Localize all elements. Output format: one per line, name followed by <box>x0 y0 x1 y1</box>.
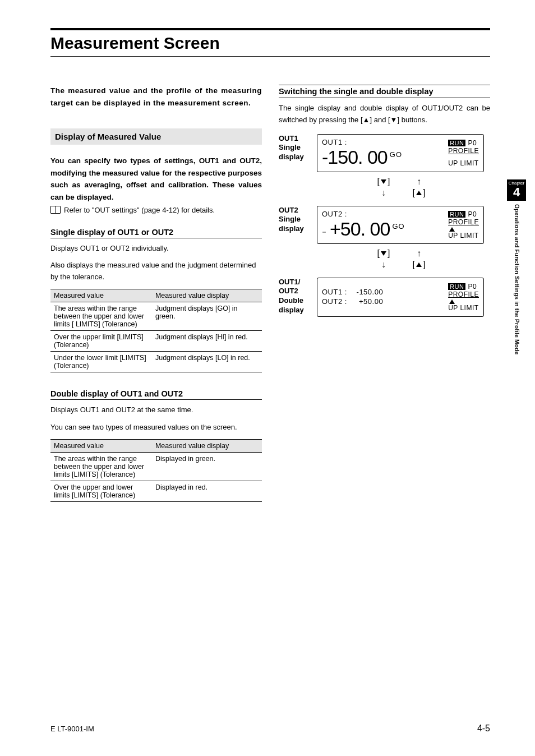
lcd-dim-sign: - <box>322 223 326 239</box>
button-row: [] [] <box>312 177 490 198</box>
lcd-out-label: OUT1 : <box>322 138 448 146</box>
double-desc-2: You can see two types of measured values… <box>50 422 262 434</box>
single-desc-1: Displays OUT1 or OUT2 individually. <box>50 243 262 255</box>
table-row: Over the upper limit [LIMITS] (Tolerance… <box>50 330 262 351</box>
page-title: Measurement Screen <box>50 34 490 53</box>
lcd-out-label: OUT2 : <box>322 210 448 218</box>
single-desc-2: Also displays the measured value and the… <box>50 260 262 283</box>
book-icon <box>50 206 61 214</box>
lcd-go-badge: GO <box>390 150 402 159</box>
up-button[interactable]: [] <box>413 188 426 198</box>
lcd-p0: P0 <box>468 283 477 291</box>
lcd-p0: P0 <box>468 139 477 147</box>
lcd-out1-single: OUT1 : -150. 00 GO RUN P0 PROFILE <box>317 134 484 172</box>
right-column: Switching the single and double display … <box>279 85 490 519</box>
lcd-uplimit: UP LIMIT <box>448 304 478 312</box>
lcd-value: +50. 00 <box>330 218 390 240</box>
chapter-number: 4 <box>507 186 526 201</box>
table-row: The areas within the range between the u… <box>50 302 262 330</box>
switching-body: The single display and double display of… <box>279 103 490 126</box>
section-display-measured-value: Display of Measured Value <box>50 128 262 145</box>
footer-page-number: 4-5 <box>477 723 490 734</box>
triangle-up-icon <box>449 227 455 232</box>
single-display-table: Measured value Measured value display Th… <box>50 289 262 372</box>
table-header: Measured value display <box>152 289 262 302</box>
lcd-value: -150. 00 <box>322 146 388 168</box>
single-display-heading: Single display of OUT1 or OUT2 <box>50 228 262 238</box>
out1-single-block: OUT1 Single display OUT1 : -150. 00 GO R… <box>279 134 490 172</box>
section1-bold-text: You can specify two types of settings, O… <box>50 155 262 203</box>
table-row: Over the upper and lower limits [LIMITS]… <box>50 481 262 501</box>
out2-single-label: OUT2 Single display <box>279 206 311 234</box>
table-header: Measured value display <box>152 439 262 452</box>
lcd-p0: P0 <box>468 210 477 218</box>
run-badge: RUN <box>448 283 465 290</box>
double-display-table: Measured value Measured value display Th… <box>50 439 262 502</box>
up-button[interactable]: [] <box>413 260 426 270</box>
table-row: Under the lower limit [LIMITS] (Toleranc… <box>50 351 262 372</box>
lcd-profile: PROFILE <box>448 291 479 298</box>
lcd-uplimit: UP LIMIT <box>448 159 478 167</box>
down-button[interactable]: [] <box>377 248 390 259</box>
button-row: [] [] <box>312 248 490 270</box>
down-button[interactable]: [] <box>377 177 390 187</box>
out-double-label: OUT1/ OUT2 Double display <box>279 278 311 316</box>
switching-heading: Switching the single and double display <box>279 85 490 98</box>
out-double-block: OUT1/ OUT2 Double display OUT1 : -150.00… <box>279 278 490 317</box>
lcd-profile: PROFILE <box>448 218 479 226</box>
double-desc-1: Displays OUT1 and OUT2 at the same time. <box>50 404 262 416</box>
lcd-out2-single: OUT2 : - +50. 00 GO RUN P0 PROFILE <box>317 206 484 244</box>
arrow-down-icon <box>381 260 386 270</box>
footer-doc-code: E LT-9001-IM <box>50 725 94 733</box>
lcd-uplimit: UP LIMIT <box>448 232 478 239</box>
arrow-up-icon <box>417 177 421 187</box>
table-header: Measured value <box>50 439 152 452</box>
page-title-bar: Measurement Screen <box>50 28 490 57</box>
out2-single-block: OUT2 Single display OUT2 : - +50. 00 GO … <box>279 206 490 244</box>
lcd-go-badge: GO <box>392 222 404 231</box>
run-badge: RUN <box>448 140 465 146</box>
lcd-profile: PROFILE <box>448 147 479 155</box>
reference-text: Refer to "OUT settings" (page 4-12) for … <box>64 206 215 214</box>
reference-line: Refer to "OUT settings" (page 4-12) for … <box>50 206 262 214</box>
lcd-double: OUT1 : -150.00 OUT2 : +50.00 RUN P0 PROF… <box>317 278 484 317</box>
intro-paragraph: The measured value and the profile of th… <box>50 85 262 109</box>
chapter-side-text: Operations and Function Settings in the … <box>514 204 520 354</box>
triangle-up-icon <box>449 299 455 304</box>
table-row: The areas within the range between the u… <box>50 452 262 481</box>
left-column: The measured value and the profile of th… <box>50 85 262 519</box>
arrow-down-icon <box>381 188 386 198</box>
chapter-tab: Chapter 4 Operations and Function Settin… <box>507 179 526 355</box>
double-display-heading: Double display of OUT1 and OUT2 <box>50 389 262 400</box>
arrow-up-icon <box>417 248 421 259</box>
run-badge: RUN <box>448 211 465 218</box>
out1-single-label: OUT1 Single display <box>279 134 311 163</box>
table-header: Measured value <box>50 289 152 302</box>
